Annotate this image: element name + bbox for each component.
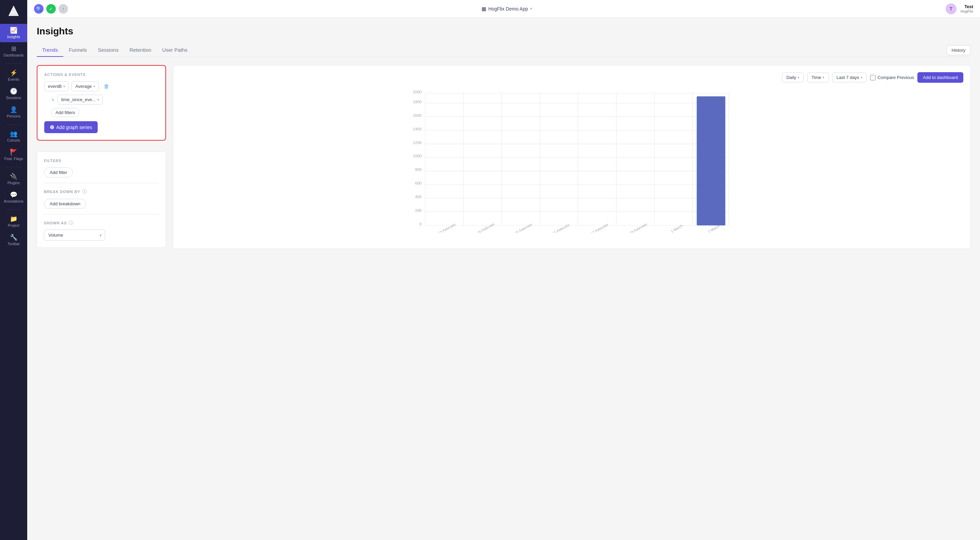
tab-funnels[interactable]: Funnels bbox=[63, 44, 92, 57]
sidebar-divider-4 bbox=[5, 209, 22, 210]
chart-area: 0 200 400 600 800 1000 1200 1400 1600 18… bbox=[180, 89, 963, 233]
tabs-right: History bbox=[947, 45, 970, 55]
plus-icon: ⊕ bbox=[50, 124, 54, 131]
sidebar: 📈 Insights ⊞ Dashboards ⚡ Events 🕐 Sessi… bbox=[0, 0, 27, 540]
svg-marker-0 bbox=[9, 6, 18, 16]
add-series-label: Add graph series bbox=[56, 124, 92, 130]
compare-previous-checkbox[interactable] bbox=[870, 75, 875, 80]
shown-as-info-icon[interactable]: ⓘ bbox=[69, 220, 73, 226]
topbar-right: T Test HogFlix bbox=[946, 3, 973, 14]
tab-sessions[interactable]: Sessions bbox=[92, 44, 124, 57]
svg-text:Sat. 27 February: Sat. 27 February bbox=[584, 222, 609, 233]
sidebar-item-plugins-label: Plugins bbox=[8, 181, 20, 185]
plugins-icon: 🔌 bbox=[10, 173, 18, 180]
filters-label: FILTERS bbox=[44, 159, 159, 163]
breakdown-info-icon[interactable]: ⓘ bbox=[82, 189, 87, 195]
topbar: 🔍 ✓ ↑ ▦ HogFlix Demo App ▾ T Test HogFli… bbox=[27, 0, 980, 18]
events-icon: ⚡ bbox=[10, 70, 18, 76]
event-name-dropdown[interactable]: eventB ▾ bbox=[44, 81, 69, 91]
avatar-initial: T bbox=[950, 6, 953, 11]
bar-tue2march bbox=[697, 96, 725, 225]
sidebar-item-persons-label: Persons bbox=[7, 114, 21, 118]
user-info: Test HogFlix bbox=[961, 4, 973, 13]
sidebar-item-cohorts-label: Cohorts bbox=[7, 138, 21, 142]
svg-text:Tue. 23 February: Tue. 23 February bbox=[430, 222, 456, 233]
app-name-label: HogFlix Demo App bbox=[488, 6, 528, 11]
app-name-selector[interactable]: ▦ HogFlix Demo App ▾ bbox=[482, 6, 532, 12]
sidebar-item-project-label: Project bbox=[8, 223, 19, 228]
sidebar-item-toolbar[interactable]: 🔧 Toolbar bbox=[0, 231, 27, 249]
sidebar-item-project[interactable]: 📁 Project bbox=[0, 212, 27, 231]
time-button[interactable]: Time ▾ bbox=[807, 73, 829, 83]
sidebar-item-persons[interactable]: 👤 Persons bbox=[0, 103, 27, 121]
main-content: 🔍 ✓ ↑ ▦ HogFlix Demo App ▾ T Test HogFli… bbox=[27, 0, 980, 540]
svg-text:0: 0 bbox=[420, 222, 422, 226]
time-label: Time bbox=[811, 75, 821, 80]
annotations-icon: 💬 bbox=[10, 192, 18, 198]
add-filters-button[interactable]: Add filters bbox=[51, 108, 80, 117]
delete-event-button[interactable]: 🗑 bbox=[102, 82, 111, 91]
avatar[interactable]: T bbox=[946, 3, 956, 14]
property-dropdown[interactable]: time_since_eve... ▾ bbox=[57, 95, 103, 105]
sidebar-item-plugins[interactable]: 🔌 Plugins bbox=[0, 170, 27, 188]
aggregate-dropdown[interactable]: Average ▾ bbox=[72, 81, 99, 91]
property-value: time_since_eve... bbox=[61, 97, 95, 102]
sidebar-item-events[interactable]: ⚡ Events bbox=[0, 66, 27, 85]
shown-as-select[interactable]: Volume bbox=[44, 229, 105, 241]
svg-text:Fri. 26 February: Fri. 26 February bbox=[546, 222, 570, 233]
page-title: Insights bbox=[37, 26, 970, 37]
chart-panel: Daily ▾ Time ▾ Last 7 days ▾ Compare Pre… bbox=[173, 65, 970, 249]
chart-svg: 0 200 400 600 800 1000 1200 1400 1600 18… bbox=[180, 89, 963, 233]
add-filters-row: Add filters bbox=[44, 108, 159, 117]
left-panel-wrapper: ACTIONS & EVENTS eventB ▾ Average ▾ 🗑 bbox=[37, 65, 166, 248]
person-button[interactable]: ↑ bbox=[59, 4, 68, 14]
last7days-caret: ▾ bbox=[861, 76, 862, 79]
sidebar-item-feat-flags-label: Feat. Flags bbox=[4, 157, 23, 161]
sidebar-item-insights[interactable]: 📈 Insights bbox=[0, 24, 27, 42]
last7days-button[interactable]: Last 7 days ▾ bbox=[832, 73, 867, 83]
event-row: eventB ▾ Average ▾ 🗑 bbox=[44, 81, 159, 91]
add-filter-button[interactable]: Add filter bbox=[44, 167, 73, 177]
sidebar-divider-3 bbox=[5, 167, 22, 167]
tab-trends[interactable]: Trends bbox=[37, 44, 63, 57]
shown-as-label: SHOWN AS bbox=[44, 221, 67, 225]
tab-user-paths[interactable]: User Paths bbox=[157, 44, 193, 57]
compare-previous-label: Compare Previous bbox=[870, 75, 914, 80]
svg-text:1600: 1600 bbox=[413, 113, 422, 118]
sidebar-item-events-label: Events bbox=[8, 77, 19, 81]
property-caret: ▾ bbox=[97, 98, 99, 102]
svg-text:Mon. 1 March: Mon. 1 March bbox=[662, 223, 683, 233]
svg-text:600: 600 bbox=[415, 181, 422, 185]
check-button[interactable]: ✓ bbox=[46, 4, 56, 14]
search-button[interactable]: 🔍 bbox=[34, 4, 43, 14]
history-button[interactable]: History bbox=[947, 45, 970, 55]
svg-text:Sun. 28 February: Sun. 28 February bbox=[622, 222, 648, 233]
breakdown-label: BREAK DOWN BY bbox=[44, 190, 80, 194]
breakdown-header: BREAK DOWN BY ⓘ bbox=[44, 189, 159, 195]
app-logo[interactable] bbox=[6, 3, 21, 18]
time-caret: ▾ bbox=[822, 76, 824, 79]
svg-text:400: 400 bbox=[415, 195, 422, 199]
feat-flags-icon: 🚩 bbox=[10, 149, 18, 155]
event-name-caret: ▾ bbox=[63, 84, 65, 88]
daily-button[interactable]: Daily ▾ bbox=[782, 73, 804, 83]
add-breakdown-button[interactable]: Add breakdown bbox=[44, 199, 86, 209]
add-series-button[interactable]: ⊕ Add graph series bbox=[44, 121, 98, 133]
compare-previous-text: Compare Previous bbox=[878, 75, 914, 80]
breakdown-divider bbox=[44, 214, 159, 215]
sidebar-item-sessions[interactable]: 🕐 Sessions bbox=[0, 85, 27, 103]
dashboards-icon: ⊞ bbox=[11, 46, 16, 52]
sidebar-item-sessions-label: Sessions bbox=[6, 96, 21, 100]
svg-text:2000: 2000 bbox=[413, 90, 422, 94]
filters-divider bbox=[44, 183, 159, 183]
sidebar-item-annotations[interactable]: 💬 Annotations bbox=[0, 188, 27, 207]
user-org: HogFlix bbox=[961, 9, 973, 13]
app-name-caret: ▾ bbox=[530, 6, 532, 11]
property-row: ↳ time_since_eve... ▾ bbox=[44, 95, 159, 105]
svg-text:800: 800 bbox=[415, 167, 422, 172]
sidebar-item-feat-flags[interactable]: 🚩 Feat. Flags bbox=[0, 146, 27, 164]
sidebar-item-cohorts[interactable]: 👥 Cohorts bbox=[0, 127, 27, 146]
add-to-dashboard-button[interactable]: Add to dashboard bbox=[917, 72, 963, 83]
tab-retention[interactable]: Retention bbox=[124, 44, 156, 57]
sidebar-item-dashboards[interactable]: ⊞ Dashboards bbox=[0, 42, 27, 61]
